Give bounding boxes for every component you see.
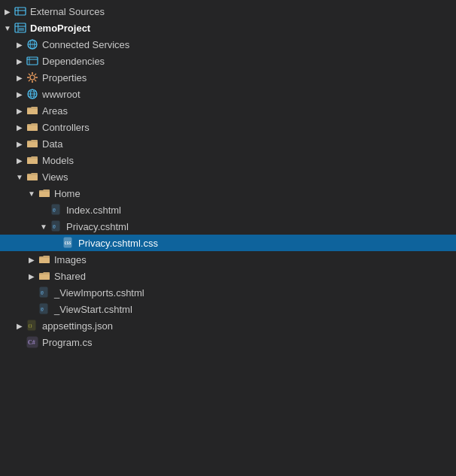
tree-item-program[interactable]: C# Program.cs <box>0 334 456 350</box>
tree-item-label: appsettings.json <box>42 320 450 332</box>
chevron-icon[interactable] <box>14 88 26 100</box>
connected-icon <box>26 38 39 51</box>
cshtml-icon: @ <box>38 302 51 316</box>
tree-item-label: _ViewStart.cshtml <box>54 304 450 315</box>
svg-text:C#: C# <box>28 339 35 346</box>
tree-item-label: Properties <box>42 72 450 83</box>
chevron-icon[interactable] <box>14 105 26 117</box>
folder-icon <box>38 253 51 266</box>
folder-icon <box>26 153 39 167</box>
cshtml-icon: @ <box>50 220 63 233</box>
tree-item-shared[interactable]: Shared <box>0 268 456 284</box>
svg-point-14 <box>30 75 35 80</box>
chevron-icon[interactable] <box>26 253 38 265</box>
globe-icon <box>26 87 39 101</box>
project-icon <box>14 21 27 35</box>
tree-item-label: Privacy.cshtml <box>66 221 450 232</box>
folder-icon <box>26 170 39 183</box>
tree-item-label: Privacy.cshtml.css <box>78 238 450 249</box>
chevron-icon[interactable] <box>14 138 26 150</box>
solution-explorer-tree: External Sources DemoProject Connected S… <box>0 0 456 353</box>
deps-icon <box>26 54 39 68</box>
tree-item-label: Home <box>54 188 450 199</box>
tree-item-label: Models <box>42 155 450 166</box>
folder-icon <box>26 120 39 134</box>
chevron-icon[interactable] <box>14 121 26 133</box>
svg-text:{}: {} <box>28 323 32 328</box>
chevron-icon[interactable] <box>26 187 38 199</box>
svg-line-22 <box>29 80 30 81</box>
json-icon: {} <box>26 319 39 332</box>
tree-item-label: Data <box>42 138 450 150</box>
tree-item-label: Connected Services <box>42 39 450 50</box>
cssfile-icon: CSS <box>62 236 75 250</box>
chevron-icon[interactable] <box>26 270 38 282</box>
svg-line-20 <box>35 80 36 81</box>
svg-line-19 <box>29 74 30 75</box>
tree-item-label: Dependencies <box>42 56 450 67</box>
tree-item-label: Index.cshtml <box>66 205 450 216</box>
tree-item-properties[interactable]: Properties <box>0 69 456 86</box>
folder-icon <box>38 186 51 200</box>
folder-icon <box>26 104 39 117</box>
svg-text:@: @ <box>41 306 44 311</box>
svg-text:@: @ <box>41 290 44 295</box>
tree-item-label: wwwroot <box>42 89 450 100</box>
tree-item-label: External Sources <box>30 6 450 17</box>
external-icon <box>14 5 27 18</box>
tree-item-models[interactable]: Models <box>0 152 456 168</box>
svg-rect-11 <box>27 57 38 65</box>
chevron-icon[interactable] <box>14 38 26 50</box>
tree-item-home[interactable]: Home <box>0 185 456 202</box>
tree-item-data[interactable]: Data <box>0 135 456 152</box>
tree-item-privacy-cshtml-css[interactable]: CSS Privacy.cshtml.css <box>0 235 456 251</box>
tree-item-dependencies[interactable]: Dependencies <box>0 53 456 69</box>
chevron-icon[interactable] <box>14 320 26 332</box>
svg-rect-6 <box>19 28 24 31</box>
svg-rect-0 <box>15 8 26 15</box>
chevron-icon[interactable] <box>14 171 26 183</box>
tree-item-viewstart[interactable]: @ _ViewStart.cshtml <box>0 301 456 317</box>
svg-line-21 <box>35 74 36 75</box>
tree-item-label: Controllers <box>42 122 450 133</box>
properties-icon <box>26 71 39 84</box>
tree-item-external-sources[interactable]: External Sources <box>0 3 456 20</box>
tree-item-viewimports[interactable]: @ _ViewImports.cshtml <box>0 284 456 301</box>
folder-icon <box>38 269 51 283</box>
tree-item-connected-services[interactable]: Connected Services <box>0 36 456 53</box>
tree-item-label: Views <box>42 171 450 183</box>
tree-item-images[interactable]: Images <box>0 251 456 268</box>
tree-item-wwwroot[interactable]: wwwroot <box>0 86 456 102</box>
svg-text:CSS: CSS <box>65 241 71 245</box>
tree-item-label: Program.cs <box>42 337 450 348</box>
folder-icon <box>26 137 39 150</box>
chevron-icon[interactable] <box>2 5 14 17</box>
tree-item-label: _ViewImports.cshtml <box>54 287 450 299</box>
cshtml-icon: @ <box>38 286 51 299</box>
tree-item-index-cshtml[interactable]: @ Index.cshtml <box>0 202 456 218</box>
chevron-icon[interactable] <box>14 71 26 83</box>
tree-item-privacy-cshtml[interactable]: @ Privacy.cshtml <box>0 218 456 235</box>
chevron-icon[interactable] <box>14 55 26 67</box>
tree-item-appsettings[interactable]: {} appsettings.json <box>0 317 456 334</box>
tree-item-label: Areas <box>42 105 450 117</box>
chevron-icon[interactable] <box>38 220 50 232</box>
chevron-icon[interactable] <box>2 22 14 34</box>
tree-item-views[interactable]: Views <box>0 168 456 185</box>
tree-item-label: DemoProject <box>30 23 450 34</box>
svg-text:@: @ <box>53 223 56 229</box>
tree-item-label: Images <box>54 254 450 265</box>
svg-text:@: @ <box>53 207 56 212</box>
tree-item-demo-project[interactable]: DemoProject <box>0 20 456 36</box>
cshtml-icon: @ <box>50 203 63 217</box>
tree-item-label: Shared <box>54 271 450 282</box>
chevron-icon[interactable] <box>14 154 26 166</box>
csharp-icon: C# <box>26 335 39 349</box>
tree-item-controllers[interactable]: Controllers <box>0 119 456 135</box>
tree-item-areas[interactable]: Areas <box>0 102 456 119</box>
